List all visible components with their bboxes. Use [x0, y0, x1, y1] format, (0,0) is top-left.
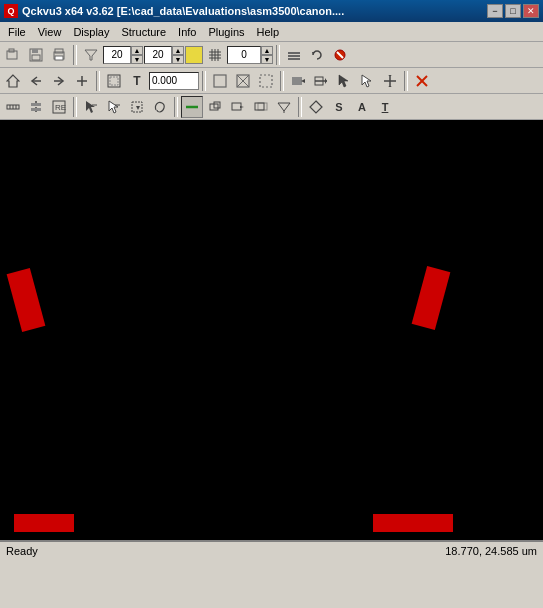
svg-rect-15 [288, 52, 300, 54]
svg-rect-3 [32, 49, 38, 53]
grid-y-spin-down[interactable]: ▼ [172, 55, 184, 64]
grid-x-spin-down[interactable]: ▼ [131, 55, 143, 64]
color-picker-box[interactable] [185, 46, 203, 64]
title-label: Qckvu3 x64 v3.62 [E:\cad_data\Evaluation… [22, 5, 344, 17]
open-file-button[interactable] [2, 44, 24, 66]
svg-rect-63 [214, 102, 220, 108]
layer-input-group: ▲ ▼ [227, 45, 273, 65]
menu-help[interactable]: Help [251, 24, 286, 40]
svg-rect-64 [232, 103, 241, 110]
track-button[interactable]: T [374, 96, 396, 118]
svg-marker-65 [240, 106, 244, 108]
move-view-button[interactable] [227, 96, 249, 118]
select-all-button[interactable] [80, 96, 102, 118]
text-tool-button[interactable]: T [126, 70, 148, 92]
zoom-window-button[interactable] [204, 96, 226, 118]
add-button[interactable] [71, 70, 93, 92]
svg-rect-67 [258, 103, 267, 110]
grid-x-input[interactable] [103, 46, 131, 64]
svg-marker-43 [388, 86, 392, 87]
toolbar2: T [0, 68, 543, 94]
annotation-button[interactable]: A [351, 96, 373, 118]
back-button[interactable] [25, 70, 47, 92]
svg-marker-21 [7, 75, 19, 87]
pan-button[interactable] [379, 70, 401, 92]
window-controls: − □ ✕ [487, 4, 539, 18]
snap-button[interactable]: S [328, 96, 350, 118]
svg-rect-4 [32, 55, 40, 60]
menu-structure[interactable]: Structure [115, 24, 172, 40]
align-button[interactable] [25, 96, 47, 118]
grid-y-spin-up[interactable]: ▲ [172, 46, 184, 55]
print-button[interactable] [48, 44, 70, 66]
view-option3-button[interactable] [255, 70, 277, 92]
svg-rect-28 [214, 75, 226, 87]
menu-view[interactable]: View [32, 24, 68, 40]
status-ready: Ready [6, 545, 38, 557]
grid-x-spinners: ▲ ▼ [131, 46, 143, 64]
layer-stack-button[interactable] [283, 44, 305, 66]
status-bar: Ready 18.770, 24.585 um [0, 540, 543, 560]
minimize-button[interactable]: − [487, 4, 503, 18]
menu-file[interactable]: File [2, 24, 32, 40]
svg-marker-8 [85, 50, 97, 60]
maximize-button[interactable]: □ [505, 4, 521, 18]
select-by-attr-button[interactable] [103, 96, 125, 118]
ref-button[interactable]: REF [48, 96, 70, 118]
stop-button[interactable] [329, 44, 351, 66]
menu-plugins[interactable]: Plugins [202, 24, 250, 40]
render-button[interactable] [287, 70, 309, 92]
svg-marker-38 [339, 75, 348, 87]
filter-button[interactable] [80, 44, 102, 66]
forward-button[interactable] [48, 70, 70, 92]
layer-spinners: ▲ ▼ [261, 46, 273, 64]
grid-button[interactable] [204, 44, 226, 66]
grid-y-input-group: ▲ ▼ [144, 45, 184, 65]
view-option1-button[interactable] [209, 70, 231, 92]
toolbar3: REF [0, 94, 543, 120]
menu-bar: File View Display Structure Info Plugins… [0, 22, 543, 42]
save-button[interactable] [25, 44, 47, 66]
undo-button[interactable] [306, 44, 328, 66]
select-button[interactable] [356, 70, 378, 92]
move-button[interactable] [310, 70, 332, 92]
view-all-button[interactable] [103, 70, 125, 92]
close-view-button[interactable] [411, 70, 433, 92]
diamond-tool-button[interactable] [305, 96, 327, 118]
separator8 [174, 97, 178, 117]
svg-marker-57 [109, 101, 118, 113]
layer-input[interactable] [227, 46, 261, 64]
shape-bottom-left [14, 514, 74, 532]
separator5 [280, 71, 284, 91]
svg-rect-7 [55, 56, 63, 60]
home-button[interactable] [2, 70, 24, 92]
grid-x-spin-up[interactable]: ▲ [131, 46, 143, 55]
separator3 [96, 71, 100, 91]
box-select-button[interactable] [126, 96, 148, 118]
zoom-fit-button[interactable] [181, 96, 203, 118]
shape-top-left [7, 268, 46, 332]
layer-spin-down[interactable]: ▼ [261, 55, 273, 64]
lasso-select-button[interactable] [149, 96, 171, 118]
title-text: Q Qckvu3 x64 v3.62 [E:\cad_data\Evaluati… [4, 4, 487, 18]
canvas-area[interactable] [0, 120, 543, 540]
separator6 [404, 71, 408, 91]
view-option2-button[interactable] [232, 70, 254, 92]
menu-info[interactable]: Info [172, 24, 202, 40]
grid-x-input-group: ▲ ▼ [103, 45, 143, 65]
measure-button[interactable] [2, 96, 24, 118]
svg-rect-17 [288, 58, 300, 60]
coord-input[interactable] [149, 72, 199, 90]
grid-y-input[interactable] [144, 46, 172, 64]
menu-display[interactable]: Display [67, 24, 115, 40]
layer-spin-up[interactable]: ▲ [261, 46, 273, 55]
separator9 [298, 97, 302, 117]
svg-marker-42 [388, 75, 392, 76]
svg-rect-27 [110, 77, 118, 85]
svg-marker-55 [86, 101, 95, 113]
cursor-button[interactable] [333, 70, 355, 92]
close-button[interactable]: ✕ [523, 4, 539, 18]
rotate-view-button[interactable] [250, 96, 272, 118]
flip-button[interactable] [273, 96, 295, 118]
toolbar1: ▲ ▼ ▲ ▼ ▲ ▼ [0, 42, 543, 68]
